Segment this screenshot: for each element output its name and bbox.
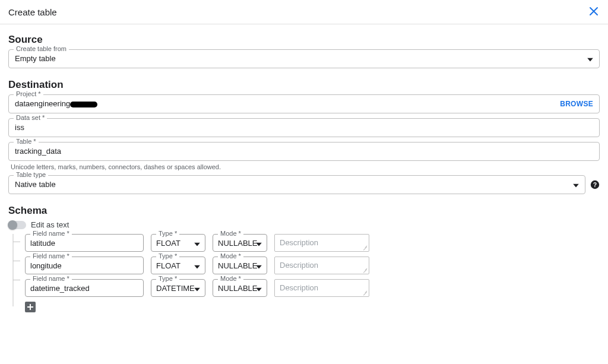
caret-down-icon [256, 239, 262, 248]
field-name-label: Field name * [30, 275, 72, 282]
field-mode-label: Mode * [218, 230, 243, 237]
project-label: Project * [14, 90, 43, 97]
resize-handle[interactable] [363, 245, 368, 250]
caret-down-icon [256, 262, 262, 271]
field-mode-select[interactable]: Mode * NULLABLE [213, 279, 267, 297]
dataset-value: iss [15, 123, 24, 132]
field-mode-value: NULLABLE [218, 239, 257, 248]
panel-header: Create table [0, 0, 608, 24]
source-heading: Source [8, 34, 600, 46]
dataset-label: Data set * [14, 114, 47, 121]
field-mode-select[interactable]: Mode * NULLABLE [213, 234, 267, 252]
schema-tree [8, 234, 25, 312]
caret-down-icon [194, 284, 200, 293]
redacted-text [70, 102, 97, 107]
field-type-label: Type * [156, 230, 179, 237]
field-name-input[interactable]: Field name * longitude [25, 257, 144, 274]
caret-down-icon [587, 55, 593, 64]
table-type-value: Native table [15, 180, 56, 189]
field-mode-label: Mode * [218, 275, 243, 282]
table-type-select[interactable]: Table type Native table [8, 175, 585, 194]
field-mode-value: NULLABLE [218, 261, 257, 270]
field-type-select[interactable]: Type * DATETIME [151, 279, 205, 297]
help-icon[interactable]: ? [590, 180, 600, 189]
schema-row: Field name * latitude Type * FLOAT Mode … [25, 234, 600, 252]
plus-icon [27, 303, 34, 311]
field-description-input[interactable]: Description [274, 234, 369, 252]
schema-row: Field name * longitude Type * FLOAT Mode… [25, 257, 600, 274]
table-field[interactable]: Table * tracking_data [8, 142, 600, 161]
field-name-value: datetime_tracked [30, 284, 90, 293]
field-type-label: Type * [156, 252, 179, 259]
add-field-button[interactable] [25, 302, 36, 312]
field-name-label: Field name * [30, 252, 72, 259]
dataset-field[interactable]: Data set * iss [8, 118, 600, 137]
schema-rows: Field name * latitude Type * FLOAT Mode … [25, 234, 600, 312]
field-type-select[interactable]: Type * FLOAT [151, 234, 205, 252]
resize-handle[interactable] [363, 290, 368, 295]
table-label: Table * [14, 138, 39, 145]
field-type-value: DATETIME [156, 284, 195, 293]
project-field[interactable]: Project * dataengineering BROWSE [8, 94, 600, 113]
table-type-label: Table type [14, 171, 48, 178]
destination-heading: Destination [8, 79, 600, 91]
field-description-input[interactable]: Description [274, 257, 369, 274]
schema-heading: Schema [8, 205, 600, 217]
field-name-value: latitude [30, 239, 55, 248]
caret-down-icon [573, 181, 579, 189]
field-name-input[interactable]: Field name * latitude [25, 234, 144, 252]
project-value: dataengineering [15, 99, 97, 108]
table-value: tracking_data [15, 147, 61, 156]
create-table-from-select[interactable]: Create table from Empty table [8, 49, 600, 68]
svg-text:?: ? [593, 182, 597, 188]
create-table-from-value: Empty table [15, 54, 56, 63]
create-table-from-label: Create table from [14, 45, 69, 52]
edit-as-text-toggle[interactable] [8, 221, 26, 229]
caret-down-icon [256, 284, 262, 293]
field-mode-select[interactable]: Mode * NULLABLE [213, 257, 267, 274]
field-type-value: FLOAT [156, 239, 180, 248]
field-description-input[interactable]: Description [274, 279, 369, 297]
create-table-panel: Create table Source Create table from Em… [0, 0, 608, 364]
field-type-label: Type * [156, 275, 179, 282]
project-value-prefix: dataengineering [15, 99, 70, 108]
field-name-input[interactable]: Field name * datetime_tracked [25, 279, 144, 297]
schema-row: Field name * datetime_tracked Type * DAT… [25, 279, 600, 297]
field-name-value: longitude [30, 261, 62, 270]
table-helper-text: Unicode letters, marks, numbers, connect… [11, 163, 600, 170]
toggle-knob [8, 220, 17, 230]
field-type-value: FLOAT [156, 261, 180, 270]
field-type-select[interactable]: Type * FLOAT [151, 257, 205, 274]
field-name-label: Field name * [30, 230, 72, 237]
field-mode-label: Mode * [218, 252, 243, 259]
panel-title: Create table [8, 7, 57, 17]
caret-down-icon [194, 239, 200, 248]
panel-body: Source Create table from Empty table Des… [0, 24, 608, 312]
edit-as-text-label: Edit as text [31, 220, 69, 229]
browse-button[interactable]: BROWSE [560, 100, 593, 108]
schema-area: Field name * latitude Type * FLOAT Mode … [8, 234, 600, 312]
close-icon [589, 7, 598, 16]
resize-handle[interactable] [363, 268, 368, 273]
field-mode-value: NULLABLE [218, 284, 257, 293]
close-button[interactable] [587, 5, 601, 19]
caret-down-icon [194, 262, 200, 271]
